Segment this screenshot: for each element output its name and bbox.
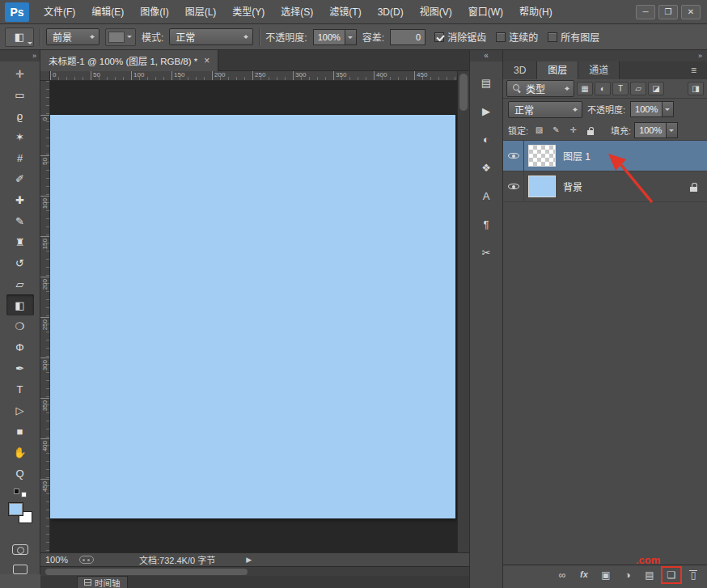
history-brush-tool[interactable]: ↺ xyxy=(6,252,34,273)
lock-position-icon[interactable]: ✛ xyxy=(565,124,581,137)
tool-preset-picker[interactable]: ◧ xyxy=(5,27,34,47)
collapse-panels-icon[interactable]: » xyxy=(698,52,702,60)
screen-mode-button[interactable] xyxy=(13,565,28,574)
move-tool[interactable]: ✛ xyxy=(6,63,34,84)
scrollbar-thumb[interactable] xyxy=(459,74,468,111)
fill-source-select[interactable]: 前景 xyxy=(46,28,99,45)
menu-item[interactable]: 视图(V) xyxy=(412,0,460,24)
chevron-down-icon[interactable] xyxy=(345,29,357,45)
menu-item[interactable]: 帮助(H) xyxy=(511,0,561,24)
clone-stamp-tool[interactable]: ♜ xyxy=(6,231,34,252)
option-checkbox[interactable]: 消除锯齿 xyxy=(434,30,486,44)
dodge-tool[interactable]: Φ xyxy=(6,336,34,357)
history-panel-icon[interactable]: ▤ xyxy=(475,73,497,92)
type-filter-icon[interactable]: T xyxy=(612,82,629,95)
menu-item[interactable]: 类型(Y) xyxy=(224,0,273,24)
add-mask-icon[interactable]: ▣ xyxy=(597,568,615,582)
layer-opacity-value[interactable]: 100% xyxy=(630,101,663,117)
marquee-tool[interactable]: ▭ xyxy=(6,84,34,105)
adjustment-filter-icon[interactable]: ◐ xyxy=(595,82,611,95)
filter-type-select[interactable]: 类型 xyxy=(506,80,574,97)
foreground-color-swatch[interactable] xyxy=(8,502,23,516)
mode-select[interactable]: 正常 xyxy=(169,28,253,45)
shape-filter-icon[interactable]: ▱ xyxy=(630,82,646,95)
pattern-picker[interactable] xyxy=(105,28,136,46)
menu-item[interactable]: 窗口(W) xyxy=(460,0,511,24)
layer-name[interactable]: 图层 1 xyxy=(560,149,707,163)
maximize-button[interactable]: ❐ xyxy=(658,5,678,19)
layer-thumbnail[interactable] xyxy=(528,176,556,197)
expand-panels-icon[interactable]: « xyxy=(484,51,489,60)
actions-panel-icon[interactable]: ▶ xyxy=(475,101,497,121)
fill-field[interactable]: 100% xyxy=(634,122,678,138)
paint-bucket-tool[interactable]: ◧ xyxy=(6,294,34,315)
character-panel-icon[interactable]: A xyxy=(475,186,497,205)
layer-row[interactable]: 图层 1 xyxy=(503,141,707,171)
smart-object-filter-icon[interactable]: ◪ xyxy=(648,82,664,95)
horizontal-scrollbar[interactable] xyxy=(40,566,469,576)
notes-panel-icon[interactable]: ✂ xyxy=(475,243,497,262)
zoom-level[interactable]: 100% xyxy=(45,555,71,565)
status-expand-icon[interactable]: ▶ xyxy=(246,556,252,564)
close-tab-icon[interactable]: × xyxy=(204,55,210,66)
panel-tab[interactable]: 图层 xyxy=(537,61,578,79)
lock-pixels-icon[interactable]: ✎ xyxy=(548,124,564,137)
type-tool[interactable]: T xyxy=(6,379,34,400)
option-checkbox[interactable]: 所有图层 xyxy=(548,30,599,44)
layer-thumbnail[interactable] xyxy=(528,145,556,167)
timeline-tab[interactable]: 时间轴 xyxy=(77,576,128,588)
chevron-down-icon[interactable] xyxy=(663,101,674,117)
scrollbar-thumb[interactable] xyxy=(45,569,248,575)
visibility-toggle[interactable] xyxy=(503,171,524,202)
menu-item[interactable]: 选择(S) xyxy=(273,0,321,24)
layer-style-icon[interactable]: fx xyxy=(575,568,593,582)
brush-tool[interactable]: ✎ xyxy=(6,210,34,231)
lock-transparency-icon[interactable]: ▨ xyxy=(531,124,547,137)
adjustment-layer-icon[interactable]: ◑ xyxy=(619,568,637,582)
panel-tab[interactable]: 3D xyxy=(503,61,537,79)
layer-row[interactable]: 背景 xyxy=(503,171,707,202)
menu-item[interactable]: 编辑(E) xyxy=(83,0,132,24)
healing-brush-tool[interactable]: ✚ xyxy=(6,189,34,210)
tolerance-input[interactable]: 0 xyxy=(390,29,425,45)
lock-all-icon[interactable] xyxy=(582,124,598,137)
lasso-tool[interactable]: ϱ xyxy=(6,105,34,126)
menu-item[interactable]: 图层(L) xyxy=(177,0,225,24)
magic-wand-tool[interactable]: ✶ xyxy=(6,126,34,147)
fill-value[interactable]: 100% xyxy=(634,122,667,138)
link-layers-icon[interactable]: ∞ xyxy=(553,568,571,582)
new-layer-icon[interactable]: ❏ xyxy=(663,568,680,582)
opacity-value[interactable]: 100% xyxy=(313,29,345,45)
blur-tool[interactable]: ❍ xyxy=(6,315,34,336)
layer-opacity-field[interactable]: 100% xyxy=(630,101,674,117)
chevron-down-icon[interactable] xyxy=(667,122,678,138)
menu-item[interactable]: 滤镜(T) xyxy=(321,0,369,24)
filter-toggle-icon[interactable]: ◨ xyxy=(688,82,704,95)
crop-tool[interactable]: # xyxy=(6,147,34,168)
styles-panel-icon[interactable]: ❖ xyxy=(475,158,497,177)
document-tab[interactable]: 未标题-1 @ 100% (图层 1, RGB/8) * × xyxy=(40,50,218,71)
adjustments-panel-icon[interactable]: ◐ xyxy=(475,129,497,149)
new-group-icon[interactable]: ▤ xyxy=(641,568,658,582)
checkbox[interactable] xyxy=(548,32,557,42)
close-button[interactable]: ✕ xyxy=(681,5,701,19)
path-selection-tool[interactable]: ▷ xyxy=(6,400,34,421)
panel-tab[interactable]: 通道 xyxy=(578,61,620,79)
vertical-scrollbar[interactable] xyxy=(457,71,469,552)
menu-item[interactable]: 图像(I) xyxy=(132,0,176,24)
opacity-field[interactable]: 100% xyxy=(313,29,357,45)
blend-mode-select[interactable]: 正常 xyxy=(508,101,582,118)
shape-tool[interactable]: ■ xyxy=(6,421,34,442)
zoom-tool[interactable]: Q xyxy=(6,463,34,484)
menu-item[interactable]: 文件(F) xyxy=(36,0,83,24)
eraser-tool[interactable]: ▱ xyxy=(6,273,34,294)
quick-mask-button[interactable] xyxy=(12,544,28,555)
pen-tool[interactable]: ✒ xyxy=(6,357,34,379)
panel-menu-icon[interactable]: ≡ xyxy=(691,61,696,79)
minimize-button[interactable]: ─ xyxy=(636,5,655,19)
checkbox[interactable] xyxy=(434,32,444,42)
pixel-filter-icon[interactable]: ▦ xyxy=(577,82,593,95)
checkbox[interactable] xyxy=(496,32,506,42)
document-canvas[interactable] xyxy=(50,115,455,518)
collapse-toolbar-icon[interactable]: » xyxy=(32,52,36,60)
